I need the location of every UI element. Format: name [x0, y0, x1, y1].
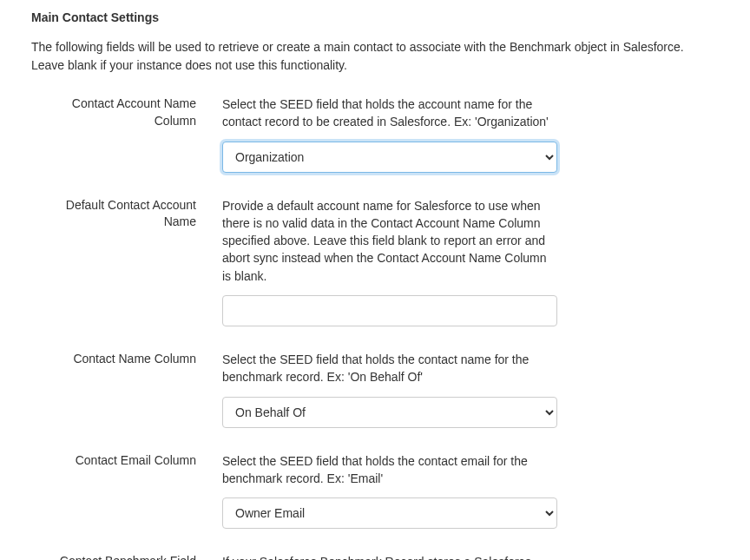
label-contact-email-column: Contact Email Column — [31, 452, 222, 470]
label-contact-name-column: Contact Name Column — [31, 351, 222, 368]
row-contact-account-name-column: Contact Account Name Column Select the S… — [31, 96, 719, 173]
input-default-contact-account-name[interactable] — [222, 295, 557, 326]
label-contact-account-name-column: Contact Account Name Column — [31, 96, 222, 129]
section-title: Main Contact Settings — [31, 10, 719, 24]
help-default-contact-account-name: Provide a default account name for Sales… — [222, 197, 557, 285]
label-contact-benchmark-field: Contact Benchmark Field — [31, 553, 222, 560]
section-description: The following fields will be used to ret… — [31, 38, 719, 75]
help-contact-email-column: Select the SEED field that holds the con… — [222, 452, 557, 488]
row-contact-benchmark-field: Contact Benchmark Field If your Salesfor… — [31, 553, 719, 560]
help-contact-account-name-column: Select the SEED field that holds the acc… — [222, 96, 557, 131]
select-contact-email-column[interactable]: Owner Email — [222, 497, 557, 529]
select-contact-account-name-column[interactable]: Organization — [222, 142, 557, 173]
label-default-contact-account-name: Default Contact Account Name — [31, 197, 222, 231]
row-contact-email-column: Contact Email Column Select the SEED fie… — [31, 452, 719, 530]
help-contact-name-column: Select the SEED field that holds the con… — [222, 351, 557, 386]
row-contact-name-column: Contact Name Column Select the SEED fiel… — [31, 351, 719, 428]
select-contact-name-column[interactable]: On Behalf Of — [222, 397, 557, 428]
help-contact-benchmark-field: If your Salesforce Benchmark Record stor… — [222, 553, 557, 560]
row-default-contact-account-name: Default Contact Account Name Provide a d… — [31, 197, 719, 326]
